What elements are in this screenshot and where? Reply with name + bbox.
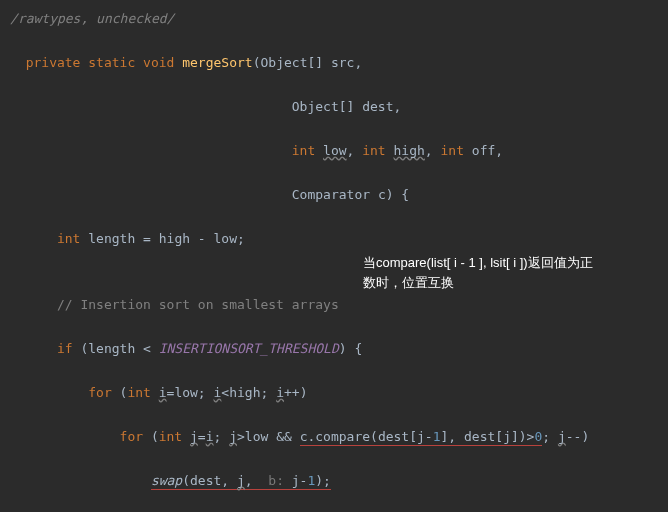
kw-if: if (57, 341, 73, 356)
param-high: high (394, 143, 425, 158)
code-line[interactable]: swap(dest, j, b: j-1); (0, 470, 668, 492)
var-i: i (206, 429, 214, 444)
param-dest: dest (362, 99, 393, 114)
type-int: int (127, 385, 150, 400)
param-c: c (378, 187, 386, 202)
kw-static: static (88, 55, 135, 70)
type-int: int (441, 143, 464, 158)
compare-mid: ], dest[j])> (441, 429, 535, 444)
annotation-line-1: 当compare(list[ i - 1 ], lsit[ i ])返回值为正 (363, 255, 593, 270)
swap-close: ); (315, 473, 331, 488)
var-j: j (229, 429, 237, 444)
compare-call: c.compare(dest[j- (300, 429, 433, 444)
type-int: int (292, 143, 315, 158)
code-line[interactable]: for (int i=low; i<high; i++) (0, 382, 668, 404)
swap-call: swap (151, 473, 182, 488)
code-line[interactable]: if (length < INSERTIONSORT_THRESHOLD) { (0, 338, 668, 360)
var-length: length (88, 231, 135, 246)
code-line[interactable]: for (int j=i; j>low && c.compare(dest[j-… (0, 426, 668, 448)
var-i: i (159, 385, 167, 400)
param-src: src (331, 55, 354, 70)
annotation-line-2: 数时，位置互换 (363, 275, 454, 290)
user-annotation: 当compare(list[ i - 1 ], lsit[ i ])返回值为正 … (363, 253, 663, 293)
swap-expr: j- (292, 473, 308, 488)
type-comparator: Comparator (292, 187, 370, 202)
param-off: off (472, 143, 495, 158)
method-mergesort-decl: mergeSort (182, 55, 252, 70)
swap-open: (dest, (182, 473, 237, 488)
code-line[interactable]: Object[] dest, (0, 96, 668, 118)
kw-for: for (88, 385, 111, 400)
kw-void: void (143, 55, 174, 70)
code-line[interactable]: /rawtypes, unchecked/ (0, 8, 668, 30)
type-objarr: Object[] (292, 99, 355, 114)
var-i: i (276, 385, 284, 400)
type-int: int (57, 231, 80, 246)
code-line[interactable]: Comparator c) { (0, 184, 668, 206)
var-j: j (237, 473, 245, 488)
param-low: low (323, 143, 346, 158)
kw-private: private (26, 55, 81, 70)
type-objarr: Object[] (261, 55, 324, 70)
var-j: j (558, 429, 566, 444)
swap-comma: , (245, 473, 268, 488)
code-line[interactable]: int low, int high, int off, (0, 140, 668, 162)
suppress-comment: /rawtypes, unchecked/ (10, 11, 174, 26)
param-hint-b: b: (268, 473, 291, 488)
type-int: int (159, 429, 182, 444)
assign-length: = high - low; (135, 231, 245, 246)
code-line[interactable]: // Insertion sort on smallest arrays (0, 294, 668, 316)
num-1: 1 (433, 429, 441, 444)
const-threshold: INSERTIONSORT_THRESHOLD (159, 341, 339, 356)
code-line[interactable]: int length = high - low; (0, 228, 668, 250)
kw-for: for (120, 429, 143, 444)
type-int: int (362, 143, 385, 158)
code-line[interactable]: private static void mergeSort(Object[] s… (0, 52, 668, 74)
var-j: j (190, 429, 198, 444)
comment-insertion: // Insertion sort on smallest arrays (57, 297, 339, 312)
